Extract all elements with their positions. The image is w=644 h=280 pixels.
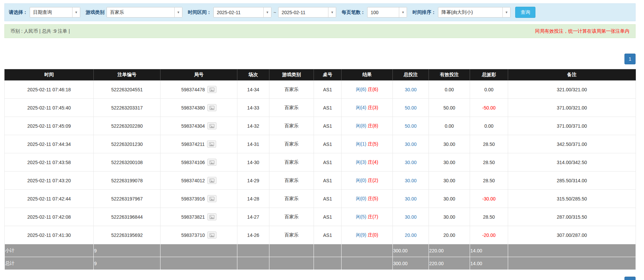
cell-session: 14-30	[237, 153, 269, 172]
banker-result: 庄(3)	[368, 105, 378, 110]
total-bet-link[interactable]: 50.00	[405, 105, 416, 111]
date-to-picker[interactable]: 2025-02-11 ▾	[278, 7, 336, 18]
total-bet-link[interactable]: 50.00	[405, 123, 416, 129]
cell-payout: 0.00	[470, 117, 508, 135]
view-cards-icon[interactable]	[207, 141, 216, 148]
cell-payout: 28.50	[470, 208, 508, 226]
total-bet-link[interactable]: 30.00	[405, 87, 416, 92]
player-result: 闲(0)	[356, 178, 366, 183]
cell-table-no: AS1	[314, 190, 342, 208]
cell-bet-no: 522263196844	[94, 208, 160, 226]
view-cards-icon[interactable]	[207, 213, 216, 220]
cell-payout: 0.00	[470, 81, 508, 99]
cell-total-bet: 20.00	[393, 226, 429, 244]
view-cards-icon[interactable]	[207, 195, 216, 202]
page-content: 请选择： 日期查询 ▾ 游戏类别 百家乐 ▾ 时间区间： 2025-02-11 …	[4, 3, 636, 280]
cell-result: 闲(4) 庄(3)	[342, 99, 393, 117]
table-body: 2025-02-11 07:46:18 522263204551 5983744…	[5, 81, 636, 244]
cell-total-bet: 50.00	[393, 99, 429, 117]
notice-text: 同局有效投注，统一计算在该局第一张注单内	[535, 28, 630, 34]
cell-game: 百家乐	[269, 117, 314, 135]
table-row: 2025-02-11 07:41:30 522263195692 5983737…	[5, 226, 636, 244]
cell-time: 2025-02-11 07:43:58	[5, 153, 94, 172]
banker-result: 庄(6)	[368, 87, 378, 92]
table-row: 2025-02-11 07:42:08 522263196844 5983738…	[5, 208, 636, 226]
cell-bet-no: 522263199078	[94, 172, 160, 190]
cell-game: 百家乐	[269, 81, 314, 99]
cell-round: 598374211	[160, 135, 237, 153]
cell-table-no: AS1	[314, 226, 342, 244]
cell-valid-bet: 30.00	[429, 153, 470, 172]
cell-payout: -50.00	[470, 99, 508, 117]
subtotal-payout: 14.00	[470, 244, 508, 257]
cell-remark: 315.50/285.50	[508, 190, 636, 208]
subtotal-row: 小计 9 300.00 220.00 14.00	[5, 244, 636, 257]
query-type-dropdown[interactable]: 日期查询 ▾	[30, 7, 80, 18]
cell-round: 598373710	[160, 226, 237, 244]
cell-game: 百家乐	[269, 208, 314, 226]
player-result: 闲(5)	[356, 214, 366, 219]
header-game: 游戏类别	[269, 69, 314, 81]
view-cards-icon[interactable]	[207, 231, 216, 239]
cell-result: 闲(9) 庄(0)	[342, 226, 393, 244]
game-type-dropdown[interactable]: 百家乐 ▾	[107, 7, 182, 18]
view-cards-icon[interactable]	[207, 159, 216, 166]
page-1-button[interactable]: 1	[624, 277, 636, 280]
cell-valid-bet: 0.00	[429, 81, 470, 99]
chevron-down-icon: ▾	[263, 7, 271, 17]
total-label: 总计	[5, 257, 94, 270]
cell-session: 14-27	[237, 208, 269, 226]
view-cards-icon[interactable]	[207, 122, 216, 129]
total-valid-bet: 220.00	[429, 257, 470, 270]
total-bet-link[interactable]: 30.00	[405, 160, 416, 165]
cell-valid-bet: 0.00	[429, 117, 470, 135]
cell-bet-no: 522263202280	[94, 117, 160, 135]
total-bet-link[interactable]: 20.00	[405, 232, 416, 238]
cell-time: 2025-02-11 07:42:44	[5, 190, 94, 208]
cell-table-no: AS1	[314, 117, 342, 135]
total-row: 总计 9 300.00 220.00 14.00	[5, 257, 636, 270]
cell-time: 2025-02-11 07:44:34	[5, 135, 94, 153]
chevron-down-icon: ▾	[399, 7, 407, 17]
view-cards-icon[interactable]	[207, 86, 216, 93]
cell-round: 598373916	[160, 190, 237, 208]
cell-result: 闲(1) 庄(5)	[342, 135, 393, 153]
total-payout: 14.00	[470, 257, 508, 270]
cell-total-bet: 30.00	[393, 153, 429, 172]
total-bet-link[interactable]: 30.00	[405, 178, 416, 183]
cell-time: 2025-02-11 07:45:09	[5, 117, 94, 135]
cell-payout: 28.50	[470, 135, 508, 153]
header-payout: 总派彩	[470, 69, 508, 81]
cell-time: 2025-02-11 07:42:08	[5, 208, 94, 226]
cell-total-bet: 30.00	[393, 135, 429, 153]
cell-game: 百家乐	[269, 99, 314, 117]
query-button[interactable]: 查询	[515, 7, 535, 18]
page-1-button[interactable]: 1	[624, 54, 636, 64]
date-from-picker[interactable]: 2025-02-11 ▾	[213, 7, 271, 18]
total-bet-link[interactable]: 30.00	[405, 142, 416, 147]
cell-round: 598374106	[160, 153, 237, 172]
round-number: 598374211	[181, 142, 205, 147]
cell-round: 598374478	[160, 81, 237, 99]
cell-result: 闲(5) 庄(7)	[342, 208, 393, 226]
banker-result: 庄(0)	[368, 232, 378, 238]
time-sort-dropdown[interactable]: 降幂(由大到小) ▾	[438, 7, 510, 18]
player-result: 闲(3)	[356, 159, 366, 165]
table-row: 2025-02-11 07:44:34 522263201230 5983742…	[5, 135, 636, 153]
cell-game: 百家乐	[269, 172, 314, 190]
per-page-dropdown[interactable]: 100 ▾	[367, 7, 407, 18]
table-row: 2025-02-11 07:42:44 522263197967 5983739…	[5, 190, 636, 208]
total-bet-link[interactable]: 30.00	[405, 196, 416, 201]
cell-bet-no: 522263203317	[94, 99, 160, 117]
cell-bet-no: 522263204551	[94, 81, 160, 99]
cell-round: 598374380	[160, 99, 237, 117]
cell-session: 14-28	[237, 190, 269, 208]
view-cards-icon[interactable]	[207, 104, 216, 111]
cell-total-bet: 30.00	[393, 81, 429, 99]
total-bet-link[interactable]: 30.00	[405, 214, 416, 220]
cell-game: 百家乐	[269, 135, 314, 153]
cell-round: 598373821	[160, 208, 237, 226]
view-cards-icon[interactable]	[207, 177, 216, 184]
date-separator: ~	[273, 10, 276, 15]
filter-bar: 请选择： 日期查询 ▾ 游戏类别 百家乐 ▾ 时间区间： 2025-02-11 …	[4, 3, 636, 21]
